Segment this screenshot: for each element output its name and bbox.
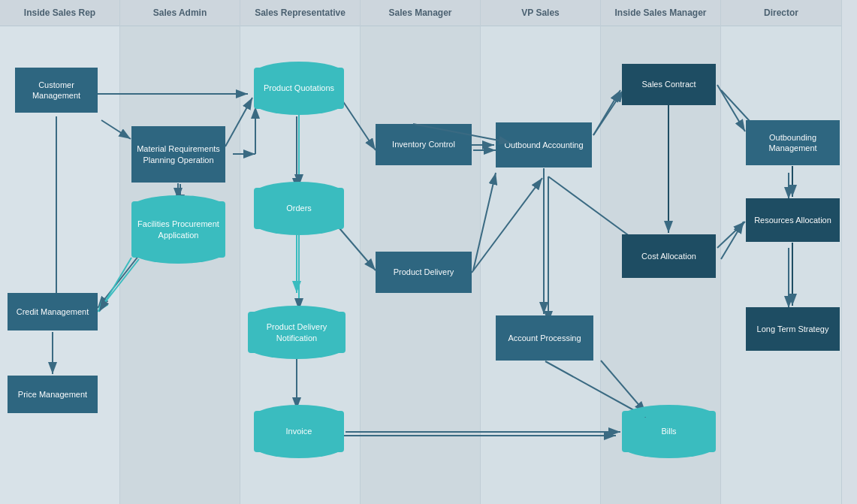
long-term-strategy-box[interactable]: Long Term Strategy xyxy=(746,307,840,351)
diagram-container: Inside Sales Rep Sales Admin Sales Repre… xyxy=(0,0,857,504)
outbound-accounting-box[interactable]: Outbound Accounting xyxy=(496,122,592,167)
customer-management-box[interactable]: Customer Management xyxy=(15,68,98,113)
cost-allocation-box[interactable]: Cost Allocation xyxy=(622,234,716,278)
lane-director: Director xyxy=(721,0,842,504)
product-quotations-box[interactable]: Product Quotations xyxy=(254,68,344,109)
price-management-box[interactable]: Price Management xyxy=(8,376,98,413)
lane-header-4: Sales Manager xyxy=(361,0,480,26)
lane-header-5: VP Sales xyxy=(481,0,600,26)
lane-header-3: Sales Representative xyxy=(240,0,360,26)
lane-header-2: Sales Admin xyxy=(120,0,240,26)
material-req-box[interactable]: Material Requirements Planning Operation xyxy=(131,126,225,183)
orders-box[interactable]: Orders xyxy=(254,188,344,229)
bills-box[interactable]: Bills xyxy=(622,411,716,452)
sales-contract-box[interactable]: Sales Contract xyxy=(622,64,716,105)
lane-header-1: Inside Sales Rep xyxy=(0,0,119,26)
product-delivery-box[interactable]: Product Delivery xyxy=(376,252,472,293)
inventory-control-box[interactable]: Inventory Control xyxy=(376,124,472,165)
product-delivery-notification-box[interactable]: Product Delivery Notification xyxy=(248,312,346,353)
invoice-box[interactable]: Invoice xyxy=(254,411,344,452)
lane-header-7: Director xyxy=(721,0,841,26)
facilities-box[interactable]: Facilities Procurement Application xyxy=(131,201,225,258)
resources-allocation-box[interactable]: Resources Allocation xyxy=(746,198,840,242)
lane-vp-sales: VP Sales xyxy=(481,0,601,504)
account-processing-box[interactable]: Account Processing xyxy=(496,315,593,361)
outbounding-management-box[interactable]: Outbounding Management xyxy=(746,120,840,165)
credit-management-box[interactable]: Credit Management xyxy=(8,293,98,330)
lane-header-6: Inside Sales Manager xyxy=(601,0,720,26)
